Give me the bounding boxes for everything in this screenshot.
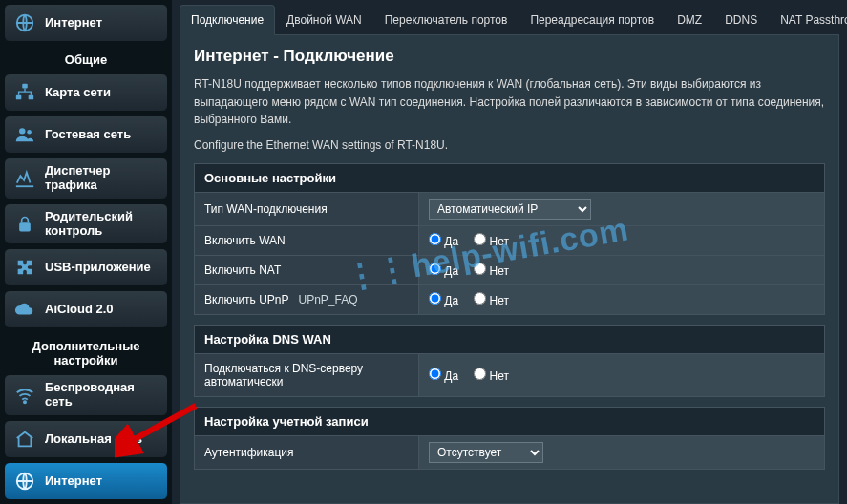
dns-auto-yes[interactable] xyxy=(429,368,441,380)
sidebar-top-internet[interactable]: Интернет xyxy=(4,4,168,42)
sidebar-item-label: Диспетчер трафика xyxy=(45,164,158,193)
section-basic-header: Основные настройки xyxy=(194,163,825,193)
row-enable-upnp: Включить UPnP UPnP_FAQ Да Нет xyxy=(194,285,825,315)
tab-connection[interactable]: Подключение xyxy=(180,5,275,35)
enable-wan-label: Включить WAN xyxy=(195,226,419,255)
svg-rect-1 xyxy=(22,84,28,89)
cloud-icon xyxy=(14,299,35,320)
network-map-icon xyxy=(14,82,35,103)
svg-point-5 xyxy=(27,130,32,135)
enable-upnp-yes[interactable] xyxy=(429,292,441,304)
globe-icon xyxy=(14,12,35,33)
sidebar-item-aicloud[interactable]: AiCloud 2.0 xyxy=(4,290,168,328)
sidebar-header-general: Общие xyxy=(4,46,168,70)
enable-nat-yes[interactable] xyxy=(429,262,441,275)
sidebar-item-label: Интернет xyxy=(45,474,102,489)
sidebar-item-label: Гостевая сеть xyxy=(45,128,131,142)
sidebar-item-guest-network[interactable]: Гостевая сеть xyxy=(4,116,168,154)
content: Интернет - Подключение RT-N18U поддержив… xyxy=(180,35,839,504)
enable-nat-no[interactable] xyxy=(474,262,486,275)
sidebar-item-usb-app[interactable]: USB-приложение xyxy=(4,248,168,286)
lock-icon xyxy=(14,214,35,235)
dns-auto-no[interactable] xyxy=(474,368,486,380)
row-auth: Аутентификация Отсутствует xyxy=(194,436,825,470)
row-enable-wan: Включить WAN Да Нет xyxy=(194,226,825,256)
enable-wan-yes[interactable] xyxy=(429,233,441,245)
page-description: RT-N18U поддерживает несколько типов под… xyxy=(194,75,825,129)
sidebar-item-wireless[interactable]: Беспроводная сеть xyxy=(4,374,168,416)
tab-nat-passthrough[interactable]: NAT Passthrough xyxy=(769,5,847,35)
traffic-icon xyxy=(14,168,35,189)
svg-rect-3 xyxy=(29,95,33,100)
row-wan-type: Тип WAN-подключения Автоматический IP xyxy=(194,193,825,226)
section-dns-header: Настройка DNS WAN xyxy=(194,325,825,354)
main-panel: Подключение Двойной WAN Переключатель по… xyxy=(172,0,847,504)
svg-point-4 xyxy=(19,128,25,134)
auth-select[interactable]: Отсутствует xyxy=(429,442,543,463)
enable-nat-label: Включить NAT xyxy=(195,256,419,284)
sidebar-item-label: Карта сети xyxy=(45,86,111,100)
tab-dmz[interactable]: DMZ xyxy=(666,5,713,35)
home-icon xyxy=(14,429,35,450)
svg-rect-2 xyxy=(16,95,22,100)
sidebar-item-network-map[interactable]: Карта сети xyxy=(4,74,168,112)
svg-point-7 xyxy=(24,401,26,403)
wan-type-select[interactable]: Автоматический IP xyxy=(429,199,591,220)
sidebar-item-label: Родительский контроль xyxy=(45,210,158,239)
sidebar-item-label: Интернет xyxy=(45,16,102,31)
sidebar-item-label: AiCloud 2.0 xyxy=(45,303,114,317)
dns-auto-label: Подключаться к DNS-серверу автоматически xyxy=(195,354,419,396)
auth-label: Аутентификация xyxy=(195,436,419,469)
section-account-header: Настройка учетной записи xyxy=(194,407,825,436)
sidebar: Интернет Общие Карта сети Гостевая сеть … xyxy=(0,0,172,504)
wan-type-label: Тип WAN-подключения xyxy=(195,193,419,225)
upnp-faq-link[interactable]: UPnP_FAQ xyxy=(299,293,358,306)
sidebar-item-label: Беспроводная сеть xyxy=(45,381,158,410)
page-title: Интернет - Подключение xyxy=(194,47,825,66)
sidebar-header-advanced: Дополнительные настройки xyxy=(4,332,168,370)
users-icon xyxy=(14,124,35,145)
tab-dual-wan[interactable]: Двойной WAN xyxy=(275,5,373,35)
row-dns-auto: Подключаться к DNS-серверу автоматически… xyxy=(194,354,825,397)
tab-port-forwarding[interactable]: Переадресация портов xyxy=(519,5,666,35)
sidebar-item-internet[interactable]: Интернет xyxy=(4,462,168,500)
sidebar-item-traffic-manager[interactable]: Диспетчер трафика xyxy=(4,158,168,200)
sidebar-item-label: USB-приложение xyxy=(45,261,151,275)
sidebar-item-lan[interactable]: Локальная сеть xyxy=(4,420,168,458)
globe-icon xyxy=(14,471,35,492)
tabs: Подключение Двойной WAN Переключатель по… xyxy=(180,4,839,35)
sidebar-item-label: Локальная сеть xyxy=(45,432,142,447)
sidebar-item-parental-control[interactable]: Родительский контроль xyxy=(4,203,168,245)
tab-ddns[interactable]: DDNS xyxy=(713,5,769,35)
wifi-icon xyxy=(14,385,35,406)
tab-port-switch[interactable]: Переключатель портов xyxy=(373,5,519,35)
puzzle-icon xyxy=(14,257,35,278)
row-enable-nat: Включить NAT Да Нет xyxy=(194,256,825,285)
enable-upnp-label: Включить UPnP xyxy=(204,293,289,306)
enable-upnp-no[interactable] xyxy=(474,292,486,304)
enable-wan-no[interactable] xyxy=(474,233,486,245)
page-description-en: Configure the Ethernet WAN settings of R… xyxy=(194,138,825,152)
svg-rect-6 xyxy=(19,222,31,231)
